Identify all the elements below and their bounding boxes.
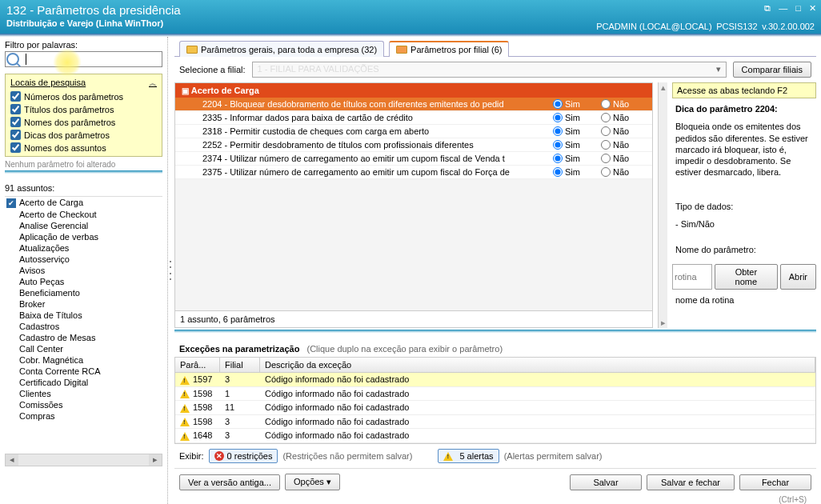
radio-no[interactable] <box>601 99 611 109</box>
options-button[interactable]: Opções ▾ <box>285 474 340 490</box>
subject-item[interactable]: Cadastros <box>5 321 162 332</box>
minimize-icon[interactable]: — <box>779 3 787 14</box>
search-opt-2[interactable]: Nomes dos parâmetros <box>10 117 157 127</box>
search-opt-1[interactable]: Títulos dos parâmetros <box>10 104 157 114</box>
radio-yes[interactable] <box>553 126 563 136</box>
subject-item[interactable]: Acerto de Checkout <box>5 209 162 220</box>
radio-yes[interactable] <box>553 167 563 177</box>
param-row[interactable]: 2374 - Utilizar número de carregamento a… <box>175 152 652 166</box>
exception-row[interactable]: 1648 3 Código informado não foi cadastra… <box>175 429 815 443</box>
warning-icon <box>180 404 190 413</box>
radio-no[interactable] <box>601 154 611 163</box>
h-scrollbar[interactable]: ◂▸ <box>5 454 162 466</box>
param-label: 2252 - Permitir desdobramento de títulos… <box>178 140 553 150</box>
radio-no[interactable] <box>601 113 611 122</box>
routine-input[interactable] <box>672 264 712 290</box>
subject-item[interactable]: Atualizações <box>5 242 162 254</box>
collapse-icon[interactable]: ︽ <box>149 78 157 89</box>
old-version-button[interactable]: Ver a versão antiga... <box>179 474 280 490</box>
restore-icon[interactable]: ⧉ <box>764 3 771 14</box>
subjects-list[interactable]: Acerto de CargaAcerto de CheckoutAnalise… <box>5 196 162 452</box>
f2-hint: Acesse as abas teclando F2 <box>672 82 816 98</box>
params-footer: 1 assunto, 6 parâmetros <box>175 310 652 327</box>
col-param[interactable]: Parâ... <box>175 358 220 372</box>
get-name-button[interactable]: Obter nome <box>715 264 778 290</box>
param-label: 2375 - Utilizar número de carregamento a… <box>178 167 553 177</box>
restrictions-pill[interactable]: ✕ 0 restrições <box>209 449 278 463</box>
subject-item[interactable]: Conta Corrente RCA <box>5 366 162 377</box>
tip-title: Dica do parâmetro 2204: <box>675 104 778 114</box>
save-close-button[interactable]: Salvar e fechar <box>647 474 735 490</box>
warning-icon <box>180 390 190 398</box>
alerts-pill[interactable]: 5 alertas <box>438 449 499 463</box>
alerts-note: (Alertas permitem salvar) <box>504 451 603 461</box>
col-filial[interactable]: Filial <box>220 358 260 372</box>
subject-item[interactable]: Acerto de Carga <box>5 197 162 209</box>
subject-item[interactable]: Broker <box>5 298 162 310</box>
subject-item[interactable]: Autosserviço <box>5 254 162 265</box>
subject-item[interactable]: Clientes <box>5 388 162 399</box>
tab-filial[interactable]: Parâmetros por filial (6) <box>389 41 509 57</box>
save-button[interactable]: Salvar <box>570 474 642 490</box>
close-button[interactable]: Fechar <box>739 474 811 490</box>
maximize-icon[interactable]: □ <box>795 3 801 14</box>
subject-item[interactable]: Comissões <box>5 399 162 410</box>
exceptions-table: Parâ... Filial Descrição da exceção 1597… <box>174 357 816 444</box>
exception-row[interactable]: 1598 1 Código informado não foi cadastra… <box>175 387 815 402</box>
subject-item[interactable]: Beneficiamento <box>5 287 162 298</box>
radio-yes[interactable] <box>553 154 563 163</box>
exception-row[interactable]: 1598 3 Código informado não foi cadastra… <box>175 415 815 430</box>
tab-general[interactable]: Parâmetros gerais, para toda a empresa (… <box>179 41 384 57</box>
col-desc[interactable]: Descrição da exceção <box>260 358 815 372</box>
filial-label: Selecione a filial: <box>179 65 246 74</box>
subject-item[interactable]: Cadastro de Mesas <box>5 332 162 343</box>
param-row[interactable]: 2335 - Informar dados para baixa de cart… <box>175 111 652 125</box>
search-opt-3[interactable]: Dicas dos parâmetros <box>10 130 157 140</box>
radio-yes[interactable] <box>553 140 563 150</box>
search-places-panel: Locais de pesquisa ︽ Números dos parâmet… <box>5 74 162 157</box>
param-row[interactable]: 2375 - Utilizar número de carregamento a… <box>175 166 652 179</box>
title-bar: 132 - Parâmetros da presidência Distribu… <box>0 0 821 34</box>
param-label: 2204 - Bloquear desdobramento de títulos… <box>178 99 553 109</box>
search-opt-0[interactable]: Números dos parâmetros <box>10 91 157 102</box>
subject-item[interactable]: Compras <box>5 410 162 422</box>
subjects-count: 91 assuntos: <box>5 182 162 194</box>
param-row[interactable]: 2204 - Bloquear desdobramento de títulos… <box>175 98 652 111</box>
subject-item[interactable]: Analise Gerencial <box>5 220 162 231</box>
param-row[interactable]: 2252 - Permitir desdobramento de títulos… <box>175 138 652 152</box>
subject-item[interactable]: Call Center <box>5 343 162 354</box>
search-icon <box>6 53 19 66</box>
subject-item[interactable]: Cobr. Magnética <box>5 354 162 366</box>
filter-label: Filtro por palavras: <box>5 40 162 50</box>
radio-no[interactable] <box>601 140 611 150</box>
scroll-handle[interactable]: ▴▸ <box>658 82 667 328</box>
splitter[interactable] <box>168 37 174 504</box>
search-opt-4[interactable]: Nomes dos assuntos <box>10 142 157 153</box>
subject-item[interactable]: Baixa de Títulos <box>5 310 162 321</box>
exception-row[interactable]: 1597 3 Código informado não foi cadastra… <box>175 373 815 387</box>
subject-item[interactable]: Avisos <box>5 265 162 276</box>
show-label: Exibir: <box>179 451 204 461</box>
close-icon[interactable]: ✕ <box>809 3 816 14</box>
compare-button[interactable]: Comparar filiais <box>733 62 811 78</box>
params-grid: Acerto de Carga 2204 - Bloquear desdobra… <box>174 82 653 328</box>
subject-item[interactable]: Auto Peças <box>5 276 162 287</box>
warning-icon <box>180 432 190 441</box>
group-header[interactable]: Acerto de Carga <box>175 83 652 98</box>
filial-select[interactable]: 1 - FILIAL PARA VALIDAÇÕES <box>252 62 727 78</box>
filter-input[interactable] <box>5 51 162 67</box>
param-row[interactable]: 2318 - Permitir custodia de cheques com … <box>175 125 652 138</box>
radio-no[interactable] <box>601 126 611 136</box>
subject-item[interactable]: Aplicação de verbas <box>5 231 162 242</box>
tip-body: Bloqueia onde os emitentes dos pedidos s… <box>672 119 816 179</box>
radio-yes[interactable] <box>553 113 563 122</box>
exception-row[interactable]: 1598 11 Código informado não foi cadastr… <box>175 401 815 415</box>
open-button[interactable]: Abrir <box>780 264 816 290</box>
param-label: 2374 - Utilizar número de carregamento a… <box>178 154 553 163</box>
exceptions-hint: (Clique duplo na exceção para exibir o p… <box>306 344 503 354</box>
window-title: 132 - Parâmetros da presidência <box>6 3 815 17</box>
radio-yes[interactable] <box>553 99 563 109</box>
radio-no[interactable] <box>601 167 611 177</box>
subject-item[interactable]: Certificado Digital <box>5 377 162 388</box>
param-label: 2335 - Informar dados para baixa de cart… <box>178 113 553 122</box>
